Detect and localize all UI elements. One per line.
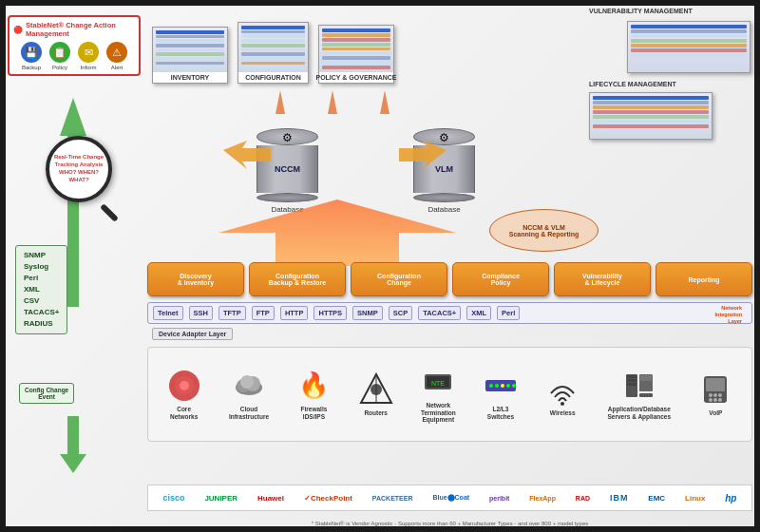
core-networks-icon	[167, 369, 201, 403]
screenshot-configuration-label: CONFIGURATION	[243, 72, 303, 83]
svg-point-25	[495, 384, 499, 388]
proto-tftp: TFTP	[218, 306, 246, 320]
scan-label-text: NCCM & VLMScanning & Reporting	[509, 224, 580, 238]
vendors-row: cisco JUNIPER Huawei ✓CheckPoint PACKETE…	[147, 484, 752, 511]
cam-policy: 📋 Policy	[49, 42, 70, 70]
device-adapter-label: Device Adapter Layer	[152, 328, 233, 340]
screenshot-inventory-label: INVENTORY	[169, 72, 211, 83]
proto-perl: Perl	[497, 306, 520, 320]
device-voip: VoIP	[698, 372, 732, 417]
svg-point-27	[506, 384, 510, 388]
device-wireless: Wireless	[545, 372, 580, 417]
svg-point-24	[489, 384, 493, 388]
device-cloud: CloudInfrastructure	[229, 369, 269, 421]
vendor-checkpoint: ✓CheckPoint	[304, 494, 352, 503]
servers-label: Application/DatabaseServers & Appliances	[607, 406, 671, 421]
vendor-huawei: Huawei	[257, 494, 284, 503]
alert-label: Alert	[111, 65, 123, 70]
screenshot-lifecycle	[589, 92, 712, 140]
vendor-rad: RAD	[576, 495, 590, 502]
scan-oval: NCCM & VLMScanning & Reporting	[489, 209, 598, 252]
screenshots-row: INVENTORY CONFIGURATION	[152, 8, 750, 84]
device-switches: L2/L3Switches	[484, 369, 518, 421]
svg-marker-7	[399, 141, 446, 169]
btn-discovery[interactable]: Discovery& Inventory	[147, 262, 244, 296]
btn-config-change[interactable]: ConfigurationChange	[351, 262, 447, 296]
svg-marker-3	[328, 90, 337, 114]
screenshot-policy-label: POLICY & GOVERNANCE	[314, 72, 398, 83]
core-networks-label: CoreNetworks	[170, 406, 198, 421]
svg-rect-33	[627, 383, 636, 386]
svg-point-29	[560, 402, 564, 406]
proto-scp: SCP	[389, 306, 412, 320]
vendor-juniper: JUNIPER	[204, 494, 238, 503]
right-cyl-arrows	[399, 141, 446, 173]
vendor-cisco: cisco	[162, 493, 184, 503]
btn-compliance[interactable]: CompliancePolicy	[452, 262, 549, 296]
screenshot-vulnerability	[627, 21, 750, 73]
proto-http: HTTP	[280, 306, 309, 320]
process-buttons-row: Discovery& Inventory ConfigurationBackup…	[147, 261, 752, 297]
backup-icon: 💾	[21, 42, 42, 63]
green-down-arrow	[60, 416, 86, 473]
protocol-container: Telnet SSH TFTP FTP HTTP HTTPS SNMP SCP …	[147, 302, 752, 324]
devices-row: CoreNetworks CloudInfrastructure 🔥 Firew…	[147, 347, 752, 442]
svg-point-26	[501, 384, 504, 388]
proto-snmp: SNMP	[352, 306, 383, 320]
proto-https: HTTPS	[314, 306, 347, 320]
cam-title: 🔴 StableNet® Change Action Management	[13, 21, 135, 38]
cam-icons: 💾 Backup 📋 Policy ✉ Inform ⚠ Alert	[13, 42, 135, 70]
svg-rect-36	[639, 393, 653, 397]
lifecycle-mgmt-label: LIFECYCLE MANAGEMENT	[589, 81, 750, 87]
magnifier-text: Real-Time ChangeTracking AnalysisWHO? WH…	[54, 154, 104, 183]
device-firewall: 🔥 FirewallsIDS/IPS	[296, 369, 331, 421]
up-arrows-area	[238, 86, 428, 114]
proto-xml: XML	[466, 306, 491, 320]
vendor-linux: Linux	[685, 494, 705, 503]
cloud-icon	[232, 369, 266, 403]
vendor-bluecoat: Blue⬤Coat	[432, 494, 469, 502]
device-nte: NTE NetworkTerminationEquipment	[421, 365, 456, 424]
proto-ssh: SSH	[189, 306, 213, 320]
alert-icon: ⚠	[106, 42, 127, 63]
snmp-box: SNMPSyslogPerlXMLCSVTACACS+RADIUS	[15, 245, 67, 334]
svg-marker-6	[223, 141, 271, 169]
policy-label: Policy	[52, 65, 67, 70]
svg-point-39	[709, 393, 712, 397]
nte-label: NetworkTerminationEquipment	[421, 402, 456, 424]
vulnerability-mgmt-label: VULNERABILITY MANAGEMENT	[589, 8, 750, 14]
left-panel: 🔴 StableNet® Change Action Management 💾 …	[8, 8, 141, 521]
screenshot-policy: POLICY & GOVERNANCE	[318, 25, 394, 84]
main-container: INVENTORY CONFIGURATION	[0, 0, 760, 532]
servers-icon	[622, 369, 656, 403]
firewall-label: FirewallsIDS/IPS	[301, 406, 328, 421]
left-cyl-arrows	[223, 141, 271, 173]
cam-inform: ✉ Inform	[78, 42, 99, 70]
inform-label: Inform	[80, 65, 96, 70]
vendor-hp: hp	[725, 493, 736, 504]
svg-point-43	[713, 398, 717, 402]
svg-point-41	[718, 393, 722, 397]
svg-rect-35	[640, 375, 652, 381]
svg-point-10	[180, 381, 189, 390]
magnifier-area: Real-Time ChangeTracking AnalysisWHO? WH…	[22, 122, 136, 217]
cam-backup: 💾 Backup	[21, 42, 42, 70]
inform-icon: ✉	[78, 42, 99, 63]
cam-alert: ⚠ Alert	[106, 42, 127, 70]
wireless-icon	[545, 372, 580, 407]
btn-config-backup[interactable]: ConfigurationBackup & Restore	[249, 262, 346, 296]
voip-label: VoIP	[709, 409, 722, 417]
btn-vulnerability[interactable]: Vulnerability& Lifecycle	[554, 262, 651, 296]
voip-icon	[698, 372, 732, 407]
proto-telnet: Telnet	[153, 306, 183, 320]
device-routers: Routers	[359, 372, 393, 417]
svg-point-28	[512, 384, 516, 388]
routers-label: Routers	[364, 409, 388, 417]
bottom-note: * StableNet® is Vendor Agnostic - Suppor…	[147, 521, 752, 526]
svg-point-14	[240, 375, 254, 389]
btn-reporting[interactable]: Reporting	[656, 262, 752, 296]
config-change-label: Config ChangeEvent	[25, 387, 68, 400]
svg-rect-38	[706, 378, 725, 391]
svg-marker-2	[276, 90, 285, 114]
device-servers: Application/DatabaseServers & Appliances	[607, 369, 671, 421]
